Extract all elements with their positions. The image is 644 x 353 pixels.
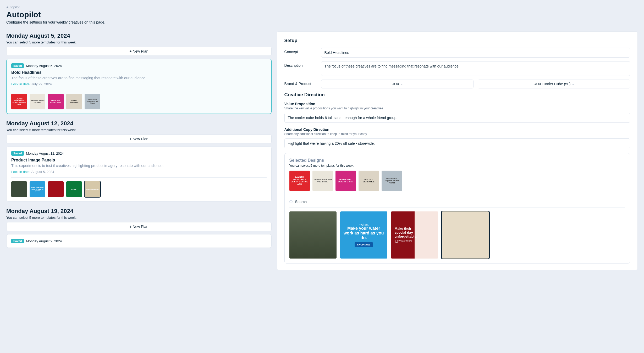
copy-sub: Share any additional direction to keep i… (284, 132, 630, 136)
shop-now-button[interactable]: SHOP NOW (355, 242, 373, 247)
week-sub: You can select 5 more templates for this… (6, 128, 272, 132)
roses-text: Make their special day unforgettable. (395, 227, 415, 238)
search-row[interactable]: Search (289, 200, 625, 204)
design-thumb[interactable]: BOLDLY VERSATILE (359, 171, 379, 191)
saved-badge: Saved (11, 239, 24, 243)
plan-desc: The focus of these creatives are to find… (11, 76, 267, 80)
thumb[interactable] (48, 181, 64, 197)
roses-sub: SHOP VALENTINE'S DAY (395, 240, 415, 244)
thumb[interactable] (11, 181, 27, 197)
weeks-column: Monday August 5, 2024 You can select 5 m… (6, 31, 272, 248)
divider (6, 27, 638, 27)
plan-desc: This experiment is to test if creatives … (11, 164, 267, 168)
design-thumb[interactable]: LAUNCH PROFITABLE CLIENT GETTING ADS (289, 171, 310, 191)
product-value: RUX Cooler Cube (5L) (533, 82, 570, 86)
grid-item-hats[interactable] (442, 211, 489, 259)
divider (289, 196, 625, 196)
plan-card[interactable]: Saved Monday August 12, 2024 Product Ima… (6, 147, 272, 201)
vp-heading: Value Proposition (284, 102, 630, 106)
plan-title: Product Image Panels (11, 158, 267, 163)
chevron-down-icon: ⌄ (401, 83, 403, 86)
plan-thumbs: LAUNCH PROFITABLE CLIENT GETTING ADS Tra… (11, 94, 267, 109)
designs-sub: You can select 5 more templates for this… (289, 164, 625, 167)
grid-item-roses[interactable]: Make their special day unforgettable. SH… (391, 211, 438, 259)
plan-date: Monday August 5, 2024 (26, 64, 62, 68)
copy-heading: Additional Copy Direction (284, 127, 630, 132)
search-label: Search (295, 200, 307, 204)
thumb[interactable]: Make your water work as hard as you do (30, 181, 45, 197)
description-label: Description (284, 61, 316, 68)
breadcrumb[interactable]: Autopilot (6, 5, 638, 9)
chevron-down-icon: ⌄ (572, 83, 574, 86)
creative-direction-heading: Creative Direction (284, 92, 630, 98)
page-subtitle: Configure the settings for your weekly c… (6, 20, 638, 24)
saved-badge: Saved (11, 151, 24, 156)
plan-date: Monday August 9, 2024 (26, 239, 62, 243)
designs-thumbs: LAUNCH PROFITABLE CLIENT GETTING ADS Tra… (289, 171, 625, 191)
new-plan-button[interactable]: + New Plan (6, 47, 272, 56)
hydrant-brand: hydrant (359, 223, 368, 226)
design-thumb[interactable]: The Softest Joggers on the Planet (382, 171, 402, 191)
grid-item-bottle[interactable] (289, 211, 337, 259)
vp-sub: Share the key value propositions you wan… (284, 107, 630, 110)
brand-value: RUX (392, 82, 399, 86)
new-plan-button[interactable]: + New Plan (6, 222, 272, 231)
concept-label: Concept (284, 48, 316, 54)
grid-item-hydrant[interactable]: hydrant Make your water work as hard as … (340, 211, 387, 259)
thumb[interactable]: CANOPY (66, 181, 82, 197)
lock-in-label: Lock in date: (11, 82, 31, 86)
description-input[interactable]: The focus of these creatives are to find… (321, 61, 630, 76)
plan-title: Bold Headlines (11, 70, 267, 75)
vp-input[interactable]: The cooler cube holds 6 tall cans - enou… (284, 113, 630, 123)
setup-heading: Setup (284, 38, 630, 43)
plan-card[interactable]: Saved Monday August 9, 2024 (6, 234, 272, 248)
design-thumb[interactable]: HORMONAL WEIGHT GAIN? (335, 171, 356, 191)
plan-card[interactable]: Saved Monday August 5, 2024 Bold Headlin… (6, 59, 272, 114)
hydrant-text: Make your water work as hard as you do. (343, 226, 385, 240)
week-sub: You can select 5 more templates for this… (6, 216, 272, 220)
brand-product-label: Brand & Product (284, 80, 316, 86)
product-dropdown[interactable]: RUX Cooler Cube (5L) ⌄ (478, 80, 630, 88)
search-icon (289, 200, 293, 203)
lock-in: Lock in date: July 29, 2024 (11, 82, 267, 86)
details-panel: Setup Concept Bold Headlines Description… (277, 31, 638, 270)
designs-grid: hydrant Make your water work as hard as … (289, 211, 625, 259)
divider (289, 208, 625, 208)
lock-in-date: July 29, 2024 (31, 82, 52, 86)
selected-designs-box: Selected Designs You can select 5 more t… (284, 153, 630, 264)
week-title: Monday August 12, 2024 (6, 120, 272, 127)
brand-dropdown[interactable]: RUX ⌄ (321, 80, 474, 88)
plan-thumbs: Make your water work as hard as you do C… (11, 181, 267, 197)
lock-in-label: Lock in date: (11, 170, 31, 174)
thumb[interactable]: The Softest Joggers on the Planet (85, 94, 100, 109)
thumb[interactable]: BOLDLY VERSATILE (66, 94, 82, 109)
concept-input[interactable]: Bold Headlines (321, 48, 630, 58)
new-plan-button[interactable]: + New Plan (6, 135, 272, 143)
page-title: Autopilot (6, 10, 638, 19)
week-title: Monday August 5, 2024 (6, 32, 272, 39)
thumb[interactable]: A hat that actually (85, 181, 100, 197)
lock-in-date: August 5, 2024 (31, 170, 54, 174)
thumb[interactable]: Transform the way you sleep. (30, 94, 45, 109)
design-thumb[interactable]: Transform the way you sleep. (312, 171, 333, 191)
designs-heading: Selected Designs (289, 158, 625, 163)
plan-date: Monday August 12, 2024 (26, 152, 64, 155)
copy-input[interactable]: Highlight that we're having a 20% off sa… (284, 138, 630, 148)
thumb[interactable]: HORMONAL WEIGHT GAIN? (48, 94, 64, 109)
lock-in: Lock in date: August 5, 2024 (11, 170, 267, 174)
week-title: Monday August 19, 2024 (6, 208, 272, 215)
saved-badge: Saved (11, 63, 24, 68)
week-sub: You can select 5 more templates for this… (6, 40, 272, 44)
thumb[interactable]: LAUNCH PROFITABLE CLIENT GETTING ADS (11, 94, 27, 109)
